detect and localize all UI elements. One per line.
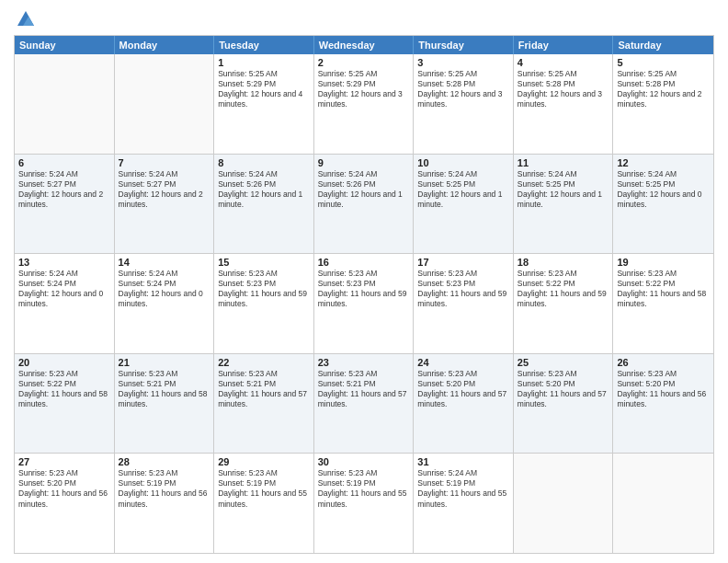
calendar-cell: 13Sunrise: 5:24 AM Sunset: 5:24 PM Dayli… — [15, 254, 115, 353]
day-number: 4 — [518, 57, 609, 68]
calendar-cell: 27Sunrise: 5:23 AM Sunset: 5:20 PM Dayli… — [15, 454, 115, 553]
header-sunday: Sunday — [15, 36, 115, 54]
day-number: 6 — [18, 157, 110, 168]
page: Sunday Monday Tuesday Wednesday Thursday… — [0, 0, 728, 563]
day-number: 23 — [318, 357, 410, 368]
header-monday: Monday — [115, 36, 215, 54]
calendar-cell: 10Sunrise: 5:24 AM Sunset: 5:25 PM Dayli… — [414, 155, 514, 254]
day-number: 22 — [218, 357, 310, 368]
day-info: Sunrise: 5:24 AM Sunset: 5:27 PM Dayligh… — [18, 169, 110, 210]
day-info: Sunrise: 5:23 AM Sunset: 5:23 PM Dayligh… — [318, 269, 410, 309]
calendar-cell: 30Sunrise: 5:23 AM Sunset: 5:19 PM Dayli… — [314, 454, 415, 553]
day-number: 28 — [119, 456, 210, 467]
day-number: 3 — [417, 57, 509, 68]
calendar-cell: 9Sunrise: 5:24 AM Sunset: 5:26 PM Daylig… — [314, 155, 415, 254]
header-wednesday: Wednesday — [314, 36, 415, 54]
day-number: 26 — [617, 357, 710, 368]
header-thursday: Thursday — [414, 36, 514, 54]
header-friday: Friday — [514, 36, 614, 54]
day-number: 10 — [417, 157, 509, 168]
calendar-cell: 31Sunrise: 5:24 AM Sunset: 5:19 PM Dayli… — [414, 454, 514, 553]
day-number: 15 — [218, 257, 310, 268]
calendar-cell — [115, 54, 215, 154]
calendar-row-2: 6Sunrise: 5:24 AM Sunset: 5:27 PM Daylig… — [15, 154, 713, 254]
day-info: Sunrise: 5:23 AM Sunset: 5:20 PM Dayligh… — [617, 369, 710, 409]
calendar-cell: 7Sunrise: 5:24 AM Sunset: 5:27 PM Daylig… — [115, 155, 215, 254]
logo — [14, 9, 36, 29]
day-info: Sunrise: 5:24 AM Sunset: 5:19 PM Dayligh… — [417, 468, 509, 509]
calendar-cell: 28Sunrise: 5:23 AM Sunset: 5:19 PM Dayli… — [115, 454, 215, 553]
day-info: Sunrise: 5:23 AM Sunset: 5:20 PM Dayligh… — [18, 468, 110, 509]
day-info: Sunrise: 5:24 AM Sunset: 5:24 PM Dayligh… — [119, 269, 210, 309]
calendar-header: Sunday Monday Tuesday Wednesday Thursday… — [15, 36, 713, 54]
day-info: Sunrise: 5:23 AM Sunset: 5:21 PM Dayligh… — [318, 369, 410, 409]
day-info: Sunrise: 5:25 AM Sunset: 5:28 PM Dayligh… — [617, 69, 710, 109]
calendar-cell: 2Sunrise: 5:25 AM Sunset: 5:29 PM Daylig… — [314, 54, 415, 154]
calendar-cell: 29Sunrise: 5:23 AM Sunset: 5:19 PM Dayli… — [214, 454, 314, 553]
calendar-cell: 17Sunrise: 5:23 AM Sunset: 5:23 PM Dayli… — [414, 254, 514, 353]
day-number: 17 — [417, 257, 509, 268]
day-number: 2 — [318, 57, 410, 68]
header-tuesday: Tuesday — [214, 36, 314, 54]
day-number: 18 — [518, 257, 609, 268]
day-number: 31 — [417, 456, 509, 467]
day-number: 21 — [119, 357, 210, 368]
day-number: 11 — [518, 157, 609, 168]
day-info: Sunrise: 5:23 AM Sunset: 5:19 PM Dayligh… — [119, 468, 210, 509]
day-number: 5 — [617, 57, 710, 68]
day-number: 24 — [417, 357, 509, 368]
day-info: Sunrise: 5:25 AM Sunset: 5:28 PM Dayligh… — [417, 69, 509, 109]
day-info: Sunrise: 5:25 AM Sunset: 5:28 PM Dayligh… — [518, 69, 609, 109]
day-number: 9 — [318, 157, 410, 168]
calendar-cell: 21Sunrise: 5:23 AM Sunset: 5:21 PM Dayli… — [115, 354, 215, 454]
day-info: Sunrise: 5:24 AM Sunset: 5:27 PM Dayligh… — [119, 169, 210, 210]
day-info: Sunrise: 5:25 AM Sunset: 5:29 PM Dayligh… — [218, 69, 310, 109]
day-info: Sunrise: 5:23 AM Sunset: 5:19 PM Dayligh… — [318, 468, 410, 509]
calendar-cell: 14Sunrise: 5:24 AM Sunset: 5:24 PM Dayli… — [115, 254, 215, 353]
calendar-cell: 22Sunrise: 5:23 AM Sunset: 5:21 PM Dayli… — [214, 354, 314, 454]
calendar-cell: 8Sunrise: 5:24 AM Sunset: 5:26 PM Daylig… — [214, 155, 314, 254]
day-info: Sunrise: 5:23 AM Sunset: 5:20 PM Dayligh… — [518, 369, 609, 409]
calendar-cell: 5Sunrise: 5:25 AM Sunset: 5:28 PM Daylig… — [613, 54, 713, 154]
calendar-cell: 12Sunrise: 5:24 AM Sunset: 5:25 PM Dayli… — [613, 155, 713, 254]
calendar-cell: 25Sunrise: 5:23 AM Sunset: 5:20 PM Dayli… — [514, 354, 614, 454]
day-info: Sunrise: 5:24 AM Sunset: 5:25 PM Dayligh… — [518, 169, 609, 210]
day-info: Sunrise: 5:24 AM Sunset: 5:24 PM Dayligh… — [18, 269, 110, 309]
calendar-cell: 24Sunrise: 5:23 AM Sunset: 5:20 PM Dayli… — [414, 354, 514, 454]
calendar-cell: 3Sunrise: 5:25 AM Sunset: 5:28 PM Daylig… — [414, 54, 514, 154]
calendar-cell: 11Sunrise: 5:24 AM Sunset: 5:25 PM Dayli… — [514, 155, 614, 254]
calendar-cell — [514, 454, 614, 553]
calendar-cell — [613, 454, 713, 553]
calendar-cell: 20Sunrise: 5:23 AM Sunset: 5:22 PM Dayli… — [15, 354, 115, 454]
day-info: Sunrise: 5:23 AM Sunset: 5:22 PM Dayligh… — [518, 269, 609, 309]
calendar-cell: 26Sunrise: 5:23 AM Sunset: 5:20 PM Dayli… — [613, 354, 713, 454]
calendar-cell — [15, 54, 115, 154]
calendar-cell: 18Sunrise: 5:23 AM Sunset: 5:22 PM Dayli… — [514, 254, 614, 353]
day-info: Sunrise: 5:23 AM Sunset: 5:21 PM Dayligh… — [218, 369, 310, 409]
day-number: 27 — [18, 456, 110, 467]
header — [14, 9, 714, 29]
day-info: Sunrise: 5:23 AM Sunset: 5:22 PM Dayligh… — [617, 269, 710, 309]
day-info: Sunrise: 5:24 AM Sunset: 5:26 PM Dayligh… — [218, 169, 310, 210]
day-info: Sunrise: 5:24 AM Sunset: 5:26 PM Dayligh… — [318, 169, 410, 210]
day-info: Sunrise: 5:23 AM Sunset: 5:21 PM Dayligh… — [119, 369, 210, 409]
calendar-row-5: 27Sunrise: 5:23 AM Sunset: 5:20 PM Dayli… — [15, 453, 713, 553]
day-number: 29 — [218, 456, 310, 467]
day-number: 25 — [518, 357, 609, 368]
day-number: 13 — [18, 257, 110, 268]
day-info: Sunrise: 5:23 AM Sunset: 5:20 PM Dayligh… — [417, 369, 509, 409]
day-number: 19 — [617, 257, 710, 268]
day-number: 12 — [617, 157, 710, 168]
calendar-row-3: 13Sunrise: 5:24 AM Sunset: 5:24 PM Dayli… — [15, 253, 713, 353]
calendar-row-1: 1Sunrise: 5:25 AM Sunset: 5:29 PM Daylig… — [15, 54, 713, 154]
day-number: 16 — [318, 257, 410, 268]
day-info: Sunrise: 5:24 AM Sunset: 5:25 PM Dayligh… — [617, 169, 710, 210]
day-info: Sunrise: 5:24 AM Sunset: 5:25 PM Dayligh… — [417, 169, 509, 210]
calendar-cell: 23Sunrise: 5:23 AM Sunset: 5:21 PM Dayli… — [314, 354, 415, 454]
calendar-cell: 15Sunrise: 5:23 AM Sunset: 5:23 PM Dayli… — [214, 254, 314, 353]
day-info: Sunrise: 5:25 AM Sunset: 5:29 PM Dayligh… — [318, 69, 410, 109]
day-info: Sunrise: 5:23 AM Sunset: 5:19 PM Dayligh… — [218, 468, 310, 509]
calendar-cell: 4Sunrise: 5:25 AM Sunset: 5:28 PM Daylig… — [514, 54, 614, 154]
day-number: 20 — [18, 357, 110, 368]
day-number: 14 — [119, 257, 210, 268]
